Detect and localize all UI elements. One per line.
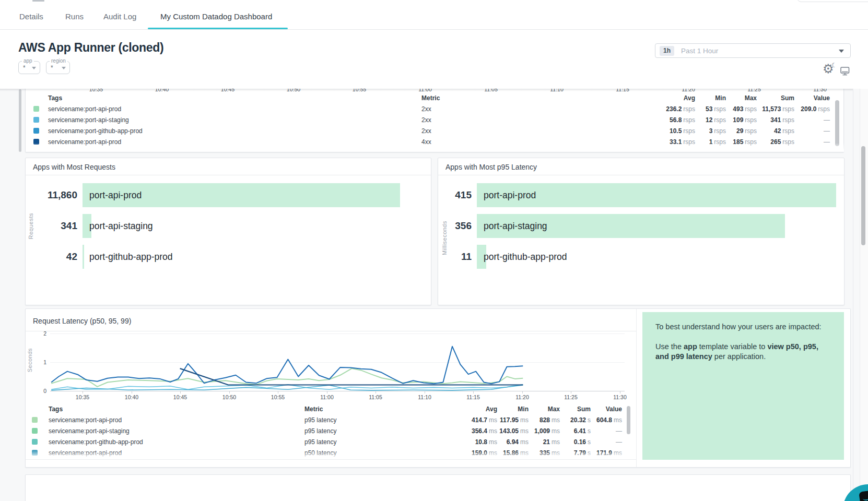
tab-details[interactable]: Details — [19, 12, 43, 21]
left-scrollbar-thumb[interactable] — [19, 89, 21, 152]
legend-tag[interactable]: servicename:port-api-prod — [49, 416, 304, 424]
legend-value-cell: 29rsps — [736, 127, 757, 135]
chevron-down-icon — [32, 67, 36, 69]
legend-tag[interactable]: servicename:port-github-app-prod — [49, 438, 304, 446]
legend-value-cell: 0.16s — [574, 438, 591, 446]
x-tick-label: 11:20 — [515, 394, 529, 400]
legend-value-cell: 356.4ms — [472, 427, 497, 435]
legend-value-cell: 56.8rsps — [670, 116, 695, 124]
x-tick-label: 11:25 — [564, 394, 578, 400]
latency-group-widget: Request Latency (p50, 95, 99) Seconds 2 … — [25, 308, 851, 468]
legend-value-cell: — — [824, 116, 830, 124]
tv-screen-icon[interactable] — [840, 66, 850, 76]
toplist-most-requests-widget: Apps with Most Requests Requests 11,860p… — [25, 158, 431, 305]
toplist-value: 42 — [26, 251, 77, 263]
legend-tag[interactable]: servicename:port-api-prod — [48, 105, 421, 113]
legend-value-cell: — — [824, 138, 830, 146]
tab-runs[interactable]: Runs — [65, 12, 84, 21]
x-tick-label: 11:05 — [369, 394, 382, 400]
legend-color-swatch — [32, 450, 38, 456]
legend-scrollbar-thumb[interactable] — [627, 406, 630, 434]
legend-value-cell: 6.41s — [574, 427, 591, 435]
clipped-top-element — [32, 0, 44, 2]
container-right-border — [853, 89, 853, 501]
legend-value-cell: 604.8ms — [596, 416, 622, 424]
legend-value-cell: — — [616, 427, 622, 435]
legend-tag[interactable]: servicename:port-api-prod — [49, 449, 304, 457]
legend-value-cell: 21ms — [543, 438, 560, 446]
template-var-app-label: app — [22, 58, 34, 64]
header-divider — [0, 29, 868, 30]
legend-value-cell: 20.32s — [570, 416, 591, 424]
legend-color-swatch — [33, 106, 39, 112]
toplist-label: port-api-staging — [89, 221, 153, 232]
legend-value-cell: 265rsps — [770, 138, 794, 146]
legend-metric: p95 latency — [304, 416, 409, 424]
legend-value-cell: 1rsps — [709, 138, 726, 146]
chevron-down-icon — [839, 50, 844, 53]
legend-tag[interactable]: servicename:port-github-app-prod — [48, 127, 421, 135]
legend-color-swatch — [33, 117, 39, 123]
legend-header-tags: Tags — [49, 405, 304, 413]
x-tick-label: 11:00 — [320, 394, 334, 400]
x-tick-label: 10:55 — [271, 394, 285, 400]
template-var-region[interactable]: region * — [46, 61, 70, 74]
template-var-app[interactable]: app * — [18, 61, 40, 74]
x-tick-label: 10:40 — [125, 394, 138, 400]
toplist-label: port-api-prod — [484, 190, 536, 201]
legend-value-cell: — — [616, 438, 622, 446]
toplist-most-latency-widget: Apps with Most p95 Latency Milliseconds … — [438, 158, 844, 305]
time-range-label: Past 1 Hour — [681, 47, 718, 55]
toplist-label: port-github-app-prod — [89, 252, 173, 263]
toplist-label: port-api-prod — [89, 190, 142, 201]
y-axis-label: Seconds — [27, 348, 33, 372]
line-series — [51, 347, 523, 384]
legend-metric: 2xx — [421, 116, 526, 124]
legend-tag[interactable]: servicename:port-api-prod — [48, 138, 421, 146]
page-scrollbar-thumb[interactable] — [861, 146, 865, 245]
x-tick-label: 11:10 — [418, 394, 431, 400]
x-tick-label: 11:15 — [466, 394, 480, 400]
tab-audit-log[interactable]: Audit Log — [103, 12, 136, 21]
legend-tag[interactable]: servicename:port-api-staging — [49, 427, 304, 435]
y-tick-0: 0 — [36, 388, 46, 394]
time-range-picker[interactable]: 1h Past 1 Hour — [655, 43, 851, 58]
legend-value-cell: 7.79s — [574, 449, 591, 457]
top-timeseries-widget: 10:3510:4010:4510:5010:5511:0011:0511:10… — [25, 89, 844, 152]
x-tick-label: 11:30 — [613, 394, 627, 400]
toplist-bar[interactable] — [83, 245, 84, 269]
legend-color-swatch — [32, 417, 38, 423]
legend-header-min: Min — [715, 94, 726, 102]
legend-value-cell: 15.86ms — [503, 449, 529, 457]
dashboard-scroll-area: 10:3510:4010:4510:5010:5511:0011:0511:10… — [0, 89, 868, 501]
latency-line-chart[interactable] — [50, 320, 625, 391]
legend-scrollbar-thumb[interactable] — [835, 100, 839, 146]
legend-header-avg: Avg — [486, 405, 497, 413]
legend-value-cell: 236.2rsps — [666, 105, 695, 113]
legend-value-cell: 185rsps — [733, 138, 757, 146]
tab-my-custom-datadog-dashboard[interactable]: My Custom Datadog Dashboard — [160, 12, 272, 21]
bottom-partial-widget — [25, 474, 851, 501]
legend-value-cell: 159.0ms — [472, 449, 497, 457]
toplist-value: 11,860 — [26, 189, 77, 201]
legend-header-sum: Sum — [577, 405, 591, 413]
legend-value-cell: 1,009ms — [534, 427, 560, 435]
legend-value-cell: 143.05ms — [499, 427, 529, 435]
toplist-label: port-api-staging — [484, 221, 547, 232]
page-title: AWS App Runner (cloned) — [18, 41, 163, 55]
legend-header-value: Value — [606, 405, 622, 413]
legend-header-avg: Avg — [684, 94, 695, 102]
legend-value-cell: 3rsps — [709, 127, 726, 135]
legend-color-swatch — [32, 439, 38, 445]
legend-value-cell: 209.0rsps — [801, 105, 830, 113]
legend-tag[interactable]: servicename:port-api-staging — [48, 116, 421, 124]
legend-header-tags: Tags — [48, 94, 421, 102]
legend-value-cell: 33.1rsps — [670, 138, 695, 146]
template-var-app-value: * — [23, 64, 26, 71]
legend-value-cell: 335ms — [539, 449, 560, 457]
time-range-badge: 1h — [660, 46, 674, 56]
legend-value-cell: 493rsps — [733, 105, 757, 113]
legend-value-cell: 341rsps — [770, 116, 794, 124]
legend-metric: p50 latency — [304, 449, 409, 457]
template-var-region-label: region — [50, 58, 67, 64]
